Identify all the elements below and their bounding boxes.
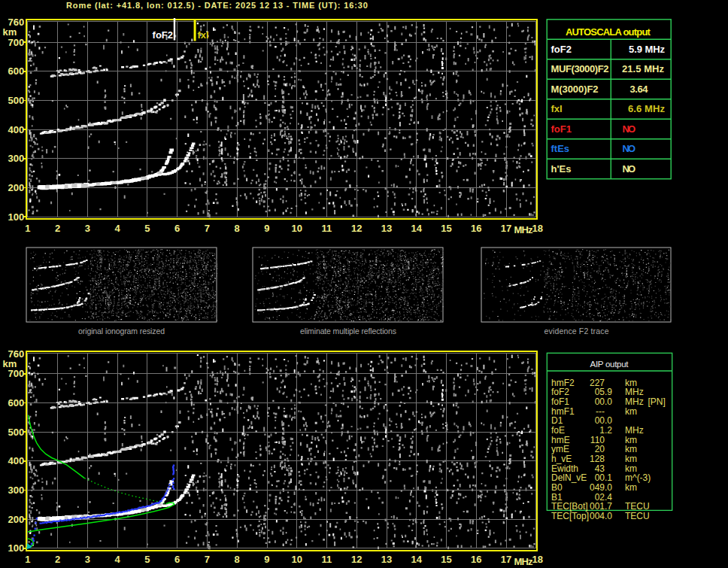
svg-text:ftEs: ftEs: [551, 143, 570, 154]
svg-text:MUF(3000)F2: MUF(3000)F2: [551, 63, 609, 74]
svg-text:h'Es: h'Es: [551, 163, 572, 175]
svg-text:6.6 MHz: 6.6 MHz: [628, 103, 666, 114]
svg-text:004: 004: [590, 511, 605, 521]
svg-text:NO: NO: [623, 143, 636, 154]
svg-text:NO: NO: [623, 123, 636, 135]
svg-text:km: km: [625, 406, 637, 417]
svg-text:3.64: 3.64: [630, 84, 649, 95]
svg-text:M(3000)F2: M(3000)F2: [551, 84, 599, 95]
svg-text:5.9 MHz: 5.9 MHz: [629, 44, 666, 55]
svg-text:evidence F2 trace: evidence F2 trace: [544, 327, 609, 336]
svg-text:TECU: TECU: [625, 511, 650, 521]
svg-text:[PN]: [PN]: [648, 396, 666, 407]
svg-text:21.5 MHz: 21.5 MHz: [622, 63, 665, 74]
svg-text:.2: .2: [605, 425, 612, 436]
svg-text:AIP output: AIP output: [590, 360, 629, 369]
svg-text:TEC[Top]: TEC[Top]: [551, 511, 589, 521]
svg-text:fxI: fxI: [551, 103, 563, 114]
svg-text:foF1: foF1: [551, 123, 572, 135]
svg-text:km: km: [625, 482, 637, 493]
svg-text:Rome (lat: +41.8, lon: 012.5): Rome (lat: +41.8, lon: 012.5) - DATE: 20…: [66, 1, 368, 10]
svg-text:AUTOSCALA output: AUTOSCALA output: [566, 26, 651, 38]
svg-text:foF2: foF2: [153, 29, 173, 41]
svg-text:NO: NO: [623, 163, 636, 175]
svg-text:eliminate multiple reflections: eliminate multiple reflections: [300, 327, 396, 336]
svg-text:foF2: foF2: [551, 44, 572, 55]
svg-text:.0: .0: [605, 511, 612, 521]
svg-text:original ionogram resized: original ionogram resized: [78, 327, 165, 336]
svg-text:fxI: fxI: [198, 29, 209, 41]
svg-text:.0: .0: [605, 396, 612, 407]
